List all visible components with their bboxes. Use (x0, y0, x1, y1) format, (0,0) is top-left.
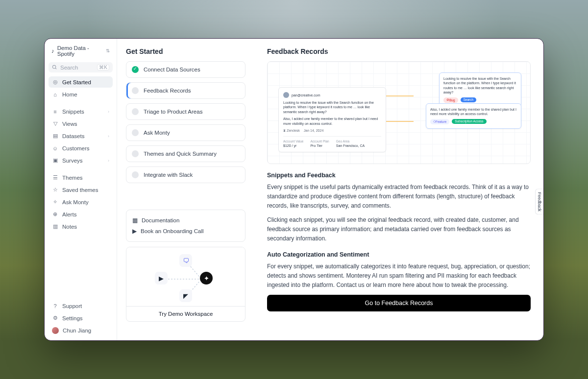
try-demo-workspace-button[interactable]: Try Demo Workspace (126, 306, 245, 321)
step-triage[interactable]: Triage to Product Areas (126, 103, 245, 120)
record-body: Looking to resolve the issue with the Se… (283, 100, 381, 114)
link-label: Documentation (142, 217, 179, 223)
step-dot-icon (132, 87, 139, 94)
nav-support[interactable]: ? Support (49, 300, 113, 311)
meta-label: Account Value (283, 140, 303, 143)
step-ask-monty[interactable]: Ask Monty (126, 124, 245, 141)
nav-home[interactable]: ⌂ Home (49, 89, 113, 100)
search-shortcut: ⌘K (97, 64, 109, 71)
record-date: Jan 14, 2024 (304, 129, 323, 133)
nav-ask-monty[interactable]: ✧ Ask Monty (49, 196, 113, 208)
database-icon: ▤ (52, 133, 58, 139)
nav-label: Saved themes (62, 187, 98, 193)
step-slack[interactable]: Integrate with Slack (126, 166, 245, 183)
workspace-selector[interactable]: ♪ Demo Data - Spotify ⇅ (49, 43, 113, 59)
paragraph: Every snippet is the useful parts dynami… (267, 183, 531, 211)
user-name: Chun Jiang (63, 328, 91, 333)
meta-label: Account Plan (310, 140, 329, 143)
detail-column: Feedback Records pan@creative.com Lookin… (254, 39, 543, 340)
badge-subscription: Subscription Access (452, 119, 486, 124)
doc-icon: ▦ (132, 217, 138, 224)
record-email: pan@creative.com (292, 94, 320, 97)
step-dot-icon (132, 129, 139, 136)
nav-surveys[interactable]: ▣ Surveys › (49, 155, 113, 166)
sidebar: ♪ Demo Data - Spotify ⇅ Search ⌘K ◎ Get … (45, 39, 117, 340)
nav-snippets[interactable]: ≡ Snippets › (49, 106, 113, 117)
step-dot-icon (132, 150, 139, 157)
sidebar-footer: ? Support ⚙ Settings Chun Jiang (49, 300, 113, 336)
connector-lines (385, 93, 415, 137)
check-icon (132, 66, 139, 73)
sparkle-icon: ✧ (52, 199, 58, 205)
meta-value: $120 / yr (283, 144, 303, 147)
list-icon: ☰ (52, 174, 58, 181)
music-note-icon: ♪ (51, 48, 54, 54)
nav-label: Customers (62, 145, 90, 151)
feedback-record-card: pan@creative.com Looking to resolve the … (278, 87, 386, 152)
feedback-tab-button[interactable]: Feedback (535, 189, 543, 215)
paragraph: Clicking each snippet, you will see the … (267, 215, 531, 243)
badge-bug: ⊘ Bug (443, 97, 458, 103)
clipboard-icon: ▣ (52, 157, 58, 164)
app-window: ♪ Demo Data - Spotify ⇅ Search ⌘K ◎ Get … (44, 38, 544, 341)
nav-settings[interactable]: ⚙ Settings (49, 312, 113, 324)
step-dot-icon (132, 108, 139, 115)
go-to-feedback-records-button[interactable]: Go to Feedback Records (267, 295, 531, 311)
nav-themes[interactable]: ☰ Themes (49, 172, 113, 183)
step-label: Connect Data Sources (144, 67, 200, 72)
snippet-text: Looking to resolve the issue with the Se… (443, 76, 517, 95)
resources-card: ▦ Documentation ▶ Book an Onboarding Cal… (126, 210, 245, 242)
user-icon: ☺ (52, 145, 58, 151)
svg-point-0 (52, 65, 55, 68)
content-body: Snippets and Feedback Every snippet is t… (267, 164, 531, 333)
chevron-right-icon: › (108, 109, 109, 114)
integrations-canvas: 🗨 ▶ ✦ ◤ (126, 247, 245, 306)
nav-label: Home (62, 92, 77, 97)
onboarding-link[interactable]: ▶ Book an Onboarding Call (131, 226, 240, 237)
nav-views[interactable]: ▽ Views (49, 118, 113, 129)
step-connect-data[interactable]: Connect Data Sources (126, 61, 245, 78)
meta-label: Geo Area (336, 140, 365, 143)
meta-value: San Francisco, CA (336, 144, 365, 147)
nav-get-started[interactable]: ◎ Get Started (49, 76, 113, 88)
search-placeholder: Search (60, 65, 78, 71)
nav-user[interactable]: Chun Jiang (49, 325, 113, 336)
nav-datasets[interactable]: ▤ Datasets › (49, 130, 113, 142)
nav-customers[interactable]: ☺ Customers (49, 142, 113, 154)
documentation-link[interactable]: ▦ Documentation (131, 215, 240, 226)
nav-label: Alerts (62, 212, 76, 217)
nav-label: Ask Monty (62, 199, 89, 205)
snippets-icon: ≡ (52, 108, 58, 115)
video-icon: ▶ (132, 228, 137, 235)
steps-title: Get Started (126, 47, 245, 55)
googleplay-icon: ▶ (155, 272, 168, 284)
nav-saved-themes[interactable]: ☆ Saved themes (49, 184, 113, 195)
workspace-name: Demo Data - Spotify (57, 45, 103, 57)
search-input[interactable]: Search ⌘K (49, 62, 113, 72)
step-label: Triage to Product Areas (144, 109, 202, 115)
step-themes[interactable]: Themes and Quick Summary (126, 145, 245, 162)
step-feedback-records[interactable]: Feedback Records (126, 82, 245, 99)
nav-primary: ◎ Get Started ⌂ Home ≡ Snippets › ▽ View… (49, 76, 113, 232)
zendesk-icon: ◤ (179, 289, 192, 302)
nav-label: Get Started (62, 79, 91, 85)
nav-notes[interactable]: ▥ Notes (49, 221, 113, 232)
search-icon (52, 65, 57, 70)
help-icon: ? (52, 303, 58, 309)
chevron-right-icon: › (108, 158, 109, 163)
integrations-card: 🗨 ▶ ✦ ◤ Try Demo Workspace (126, 247, 245, 322)
nav-label: Support (62, 303, 82, 309)
meta-value: Pro Tier (310, 144, 329, 147)
bell-icon: ⊕ (52, 211, 58, 217)
nav-label: Notes (62, 224, 77, 230)
filter-icon: ▽ (52, 120, 58, 127)
bookmark-icon: ☆ (52, 187, 58, 193)
nav-alerts[interactable]: ⊕ Alerts (49, 209, 113, 220)
feedback-illustration: pan@creative.com Looking to resolve the … (267, 61, 531, 164)
home-icon: ⌂ (52, 91, 58, 97)
snippet-card: Looking to resolve the issue with the Se… (439, 72, 521, 107)
detail-title: Feedback Records (267, 47, 531, 55)
step-label: Themes and Quick Summary (144, 151, 217, 157)
step-label: Feedback Records (144, 88, 191, 94)
avatar (52, 327, 59, 334)
